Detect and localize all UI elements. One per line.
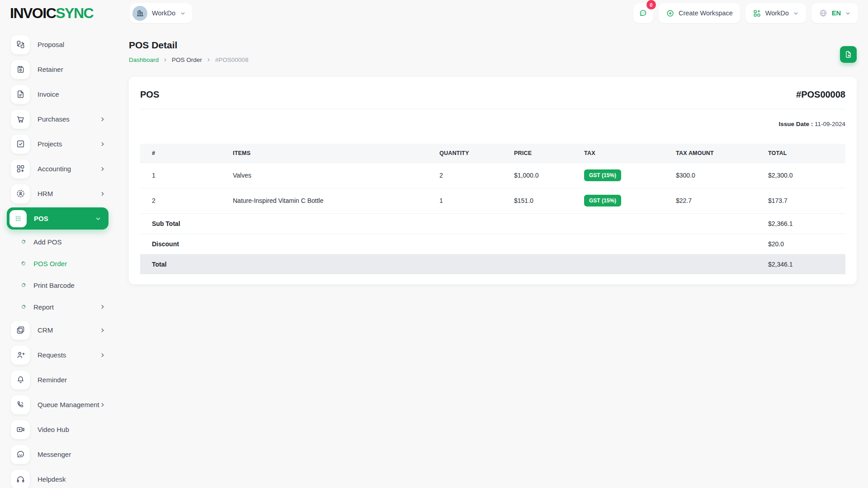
sidebar-item-retainer[interactable]: Retainer xyxy=(0,57,118,82)
chevron-down-icon xyxy=(180,10,186,16)
bullet-icon xyxy=(21,239,26,244)
tax-badge: GST (15%) xyxy=(584,169,621,181)
sidebar: Proposal Retainer Invoice Purchases Proj… xyxy=(0,26,118,488)
sidebar-item-crm[interactable]: CRM xyxy=(0,318,118,343)
sidebar-subitem-label: Print Barcode xyxy=(33,282,75,289)
language-selector[interactable]: EN xyxy=(811,3,858,23)
workspace-selector[interactable]: WorkDo xyxy=(130,3,192,23)
chevron-down-icon xyxy=(845,10,851,16)
sidebar-subitem-print-barcode[interactable]: Print Barcode xyxy=(0,274,118,296)
create-workspace-button[interactable]: Create Workspace xyxy=(659,3,740,23)
sidebar-item-label: Requests xyxy=(38,351,66,359)
logo-text-black: INVOIC xyxy=(10,5,56,22)
table-row: 2 Nature-Inspired Vitamin C Bottle 1 $15… xyxy=(140,188,845,213)
sidebar-item-label: Reminder xyxy=(38,376,67,384)
create-workspace-label: Create Workspace xyxy=(679,9,733,17)
sidebar-subitem-add-pos[interactable]: Add POS xyxy=(0,231,118,253)
cell-tax: GST (15%) xyxy=(584,163,676,188)
breadcrumb: Dashboard POS Order #POS00008 xyxy=(129,56,248,63)
sidebar-item-messenger[interactable]: Messenger xyxy=(0,442,118,467)
col-header-price: PRICE xyxy=(514,144,584,163)
sidebar-item-pos[interactable]: POS xyxy=(0,206,118,231)
pos-icon xyxy=(14,214,23,223)
issue-date-value: 11-09-2024 xyxy=(815,121,845,127)
chevron-right-icon xyxy=(99,116,106,122)
sidebar-item-purchases[interactable]: Purchases xyxy=(0,107,118,131)
sidebar-item-accounting[interactable]: Accounting xyxy=(0,156,118,181)
total-row: Total $2,346.1 xyxy=(140,254,845,274)
sidebar-item-projects[interactable]: Projects xyxy=(0,131,118,156)
workdo-menu-label: WorkDo xyxy=(765,9,789,17)
cell-tax-amount: $22.7 xyxy=(676,188,768,213)
table-row: 1 Valves 2 $1,000.0 GST (15%) $300.0 $2,… xyxy=(140,163,845,188)
cell-price: $151.0 xyxy=(514,188,584,213)
cell-total: $2,300.0 xyxy=(768,163,845,188)
cell-tax-amount: $300.0 xyxy=(676,163,768,188)
export-pos-button[interactable] xyxy=(840,46,857,63)
card-header: POS #POS00008 xyxy=(140,77,845,109)
chevron-right-icon xyxy=(163,57,168,62)
workspace-name: WorkDo xyxy=(152,9,175,17)
card-title: POS xyxy=(140,89,159,100)
issue-date: Issue Date : 11-09-2024 xyxy=(140,109,845,127)
retainer-icon xyxy=(16,65,25,74)
topbar-actions: 0 Create Workspace WorkDo EN xyxy=(633,3,858,23)
sidebar-subitem-pos-order[interactable]: POS Order xyxy=(0,253,118,274)
breadcrumb-dashboard-link[interactable]: Dashboard xyxy=(129,56,159,63)
sidebar-item-label: Invoice xyxy=(38,90,59,98)
sidebar-subitem-label: POS Order xyxy=(33,260,67,267)
pos-items-table: # ITEMS QUANTITY PRICE TAX TAX AMOUNT TO… xyxy=(140,144,845,274)
cell-total: $173.7 xyxy=(768,188,845,213)
sidebar-item-label: Purchases xyxy=(38,115,70,123)
sidebar-subitem-label: Add POS xyxy=(33,238,62,246)
cell-num: 1 xyxy=(140,163,233,188)
app-logo: INVOICSYNC xyxy=(10,5,120,22)
sidebar-subitem-report[interactable]: Report xyxy=(0,296,118,318)
bullet-icon xyxy=(21,261,26,266)
globe-icon xyxy=(819,9,828,18)
discount-row: Discount $20.0 xyxy=(140,234,845,254)
chevron-down-icon xyxy=(95,216,101,222)
chevron-right-icon xyxy=(99,304,106,310)
cell-item: Nature-Inspired Vitamin C Bottle xyxy=(233,188,439,213)
sidebar-item-label: POS xyxy=(34,215,48,222)
chevron-down-icon xyxy=(793,10,799,16)
video-hub-icon xyxy=(16,425,25,434)
crm-icon xyxy=(16,325,25,335)
sidebar-item-video-hub[interactable]: Video Hub xyxy=(0,417,118,442)
table-header-row: # ITEMS QUANTITY PRICE TAX TAX AMOUNT TO… xyxy=(140,144,845,163)
breadcrumb-current: #POS00008 xyxy=(215,56,249,63)
subtotal-value: $2,366.1 xyxy=(768,213,845,234)
sidebar-item-queue-management[interactable]: Queue Management xyxy=(0,392,118,417)
sidebar-item-label: Video Hub xyxy=(38,426,69,433)
language-code: EN xyxy=(832,9,841,17)
sidebar-item-helpdesk[interactable]: Helpdesk xyxy=(0,467,118,488)
sidebar-subitem-label: Report xyxy=(33,303,54,311)
building-icon xyxy=(136,9,144,17)
cell-price: $1,000.0 xyxy=(514,163,584,188)
file-export-icon xyxy=(844,50,853,59)
subtotal-row: Sub Total $2,366.1 xyxy=(140,213,845,234)
col-header-quantity: QUANTITY xyxy=(439,144,514,163)
sidebar-item-label: Accounting xyxy=(38,165,71,173)
total-value: $2,346.1 xyxy=(768,254,845,274)
sidebar-item-hrm[interactable]: HRM xyxy=(0,181,118,206)
logo-text-green: SYNC xyxy=(56,5,93,22)
sidebar-item-label: Proposal xyxy=(38,41,64,48)
breadcrumb-pos-order[interactable]: POS Order xyxy=(172,56,202,63)
workdo-menu-button[interactable]: WorkDo xyxy=(745,3,806,23)
accounting-icon xyxy=(16,164,25,174)
sidebar-item-reminder[interactable]: Reminder xyxy=(0,367,118,392)
hrm-icon xyxy=(16,189,25,198)
grid-plus-icon xyxy=(753,9,761,18)
main-content: POS Detail Dashboard POS Order #POS00008… xyxy=(118,26,868,488)
total-label: Total xyxy=(140,254,768,274)
discount-value: $20.0 xyxy=(768,234,845,254)
messages-button[interactable]: 0 xyxy=(633,3,653,23)
sidebar-item-invoice[interactable]: Invoice xyxy=(0,82,118,107)
sidebar-item-requests[interactable]: Requests xyxy=(0,343,118,367)
col-header-tax-amount: TAX AMOUNT xyxy=(676,144,768,163)
cell-tax: GST (15%) xyxy=(584,188,676,213)
tax-badge: GST (15%) xyxy=(584,195,621,206)
sidebar-item-proposal[interactable]: Proposal xyxy=(0,32,118,57)
